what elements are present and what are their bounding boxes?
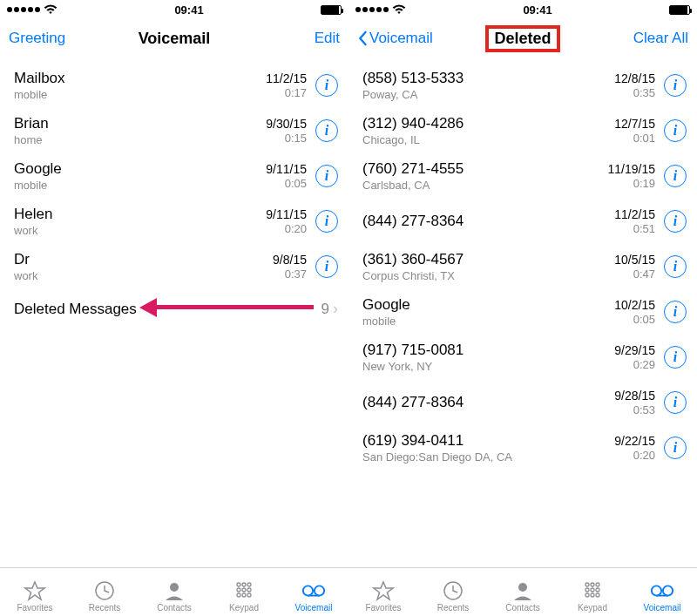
info-icon[interactable]: i [315,119,338,142]
tab-label: Keypad [229,603,259,613]
svg-point-2 [170,583,179,592]
tab-recents[interactable]: Recents [425,580,481,613]
caller-name: (312) 940-4286 [362,115,614,132]
svg-marker-0 [25,582,44,599]
deleted-messages-row[interactable]: Deleted Messages9› [0,289,348,328]
info-icon[interactable]: i [664,301,687,323]
vm-date: 10/2/15 [614,298,655,312]
info-icon[interactable]: i [315,74,338,97]
list-item[interactable]: Mailboxmobile11/2/150:17i [0,63,348,108]
page-title: Deleted [485,25,559,52]
vm-date: 12/8/15 [614,71,655,85]
list-item[interactable]: (844) 277-83649/28/150:53i [348,380,697,425]
info-icon[interactable]: i [664,119,687,142]
vm-date: 11/2/15 [266,71,307,85]
vm-date: 11/19/15 [608,162,656,176]
svg-point-19 [585,583,589,586]
voicemail-icon [650,580,674,601]
svg-point-6 [237,588,240,592]
list-item[interactable]: Googlemobile9/11/150:05i [0,153,348,199]
vm-date: 10/5/15 [614,253,655,267]
info-icon[interactable]: i [664,74,687,97]
svg-point-27 [596,593,599,597]
caller-name: (858) 513-5333 [362,70,614,87]
tab-contacts[interactable]: Contacts [146,580,202,613]
info-icon[interactable]: i [664,437,687,459]
tab-voicemail[interactable]: Voicemail [634,580,690,613]
tab-label: Recents [89,603,121,613]
list-item[interactable]: (619) 394-0411San Diego:San Diego DA, CA… [348,425,697,470]
greeting-button[interactable]: Greeting [9,30,65,47]
caller-sub: Poway, CA [362,88,614,101]
list-item[interactable]: (361) 360-4567Corpus Christi, TX10/5/150… [348,244,697,289]
battery-icon [669,5,690,15]
deleted-count: 9 [321,301,329,318]
info-icon[interactable]: i [315,255,338,278]
vm-duration: 0:35 [614,86,655,99]
info-icon[interactable]: i [664,391,687,414]
clear-all-button[interactable]: Clear All [633,30,688,47]
list-item[interactable]: Googlemobile10/2/150:05i [348,289,697,335]
list-item[interactable]: Brianhome9/30/150:15i [0,108,348,153]
vm-date: 9/11/15 [266,207,307,221]
info-icon[interactable]: i [664,165,687,187]
back-label: Voicemail [369,30,433,47]
list-item[interactable]: (312) 940-4286Chicago, IL12/7/150:01i [348,108,697,153]
info-icon[interactable]: i [664,255,687,278]
keypad-icon [580,580,605,601]
svg-point-24 [596,588,599,592]
favorites-icon [371,580,396,601]
list-item[interactable]: (917) 715-0081New York, NY9/29/150:29i [348,335,697,380]
list-item[interactable]: (760) 271-4555Carlsbad, CA11/19/150:19i [348,153,697,199]
caller-sub: Chicago, IL [362,133,614,146]
list-item[interactable]: Drwork9/8/150:37i [0,244,348,289]
phone-deleted: 09:41 Voicemail Deleted Clear All (858) … [348,0,697,616]
list-item[interactable]: (844) 277-836411/2/150:51i [348,199,697,244]
list-item[interactable]: (858) 513-5333Poway, CA12/8/150:35i [348,63,697,108]
voicemail-icon [301,580,326,601]
caller-sub: mobile [14,88,266,101]
tab-label: Contacts [505,603,539,613]
vm-duration: 0:17 [266,86,307,99]
status-time: 09:41 [523,3,552,17]
info-icon[interactable]: i [315,210,338,233]
svg-point-21 [596,583,599,586]
vm-duration: 0:53 [614,403,655,416]
vm-duration: 0:20 [266,222,307,235]
recents-icon [441,580,465,601]
navbar: Greeting Voicemail Edit [0,19,348,58]
caller-name: (844) 277-8364 [362,213,614,230]
svg-point-22 [585,588,589,592]
tab-favorites[interactable]: Favorites [355,580,411,613]
wifi-icon [392,4,406,15]
info-icon[interactable]: i [315,165,338,187]
caller-sub: mobile [362,315,614,328]
svg-point-9 [237,593,240,597]
tab-bar: FavoritesRecentsContactsKeypadVoicemail [348,567,697,616]
caller-name: (844) 277-8364 [362,394,614,411]
tab-contacts[interactable]: Contacts [495,580,551,613]
tab-keypad[interactable]: Keypad [216,580,272,613]
page-title: Voicemail [139,30,211,48]
vm-date: 11/2/15 [614,207,655,221]
edit-button[interactable]: Edit [315,30,340,47]
vm-date: 9/8/15 [273,253,307,267]
info-icon[interactable]: i [664,346,687,369]
tab-recents[interactable]: Recents [77,580,132,613]
caller-name: Mailbox [14,70,266,87]
contacts-icon [162,580,186,601]
vm-date: 9/30/15 [266,117,307,131]
tab-keypad[interactable]: Keypad [565,580,620,613]
caller-name: Dr [14,251,273,268]
back-button[interactable]: Voicemail [357,30,433,47]
svg-point-26 [591,593,594,597]
info-icon[interactable]: i [664,210,687,233]
keypad-icon [232,580,256,601]
voicemail-list: Mailboxmobile11/2/150:17iBrianhome9/30/1… [0,58,348,567]
tab-favorites[interactable]: Favorites [7,580,63,613]
vm-date: 9/22/15 [614,434,655,448]
caller-sub: mobile [14,179,266,192]
svg-point-14 [315,586,324,595]
tab-voicemail[interactable]: Voicemail [286,580,342,613]
list-item[interactable]: Helenwork9/11/150:20i [0,199,348,244]
